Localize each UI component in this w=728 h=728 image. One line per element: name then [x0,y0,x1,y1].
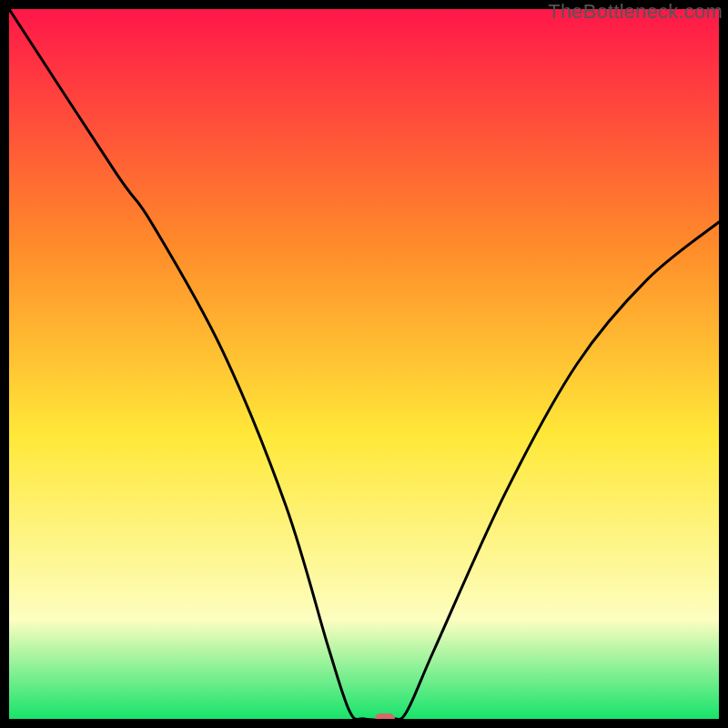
watermark-text: TheBottleneck.com [548,0,723,24]
bottleneck-curve [9,9,719,719]
minimum-marker [375,713,395,719]
plot-area [9,9,719,719]
chart-frame: TheBottleneck.com [0,0,728,728]
